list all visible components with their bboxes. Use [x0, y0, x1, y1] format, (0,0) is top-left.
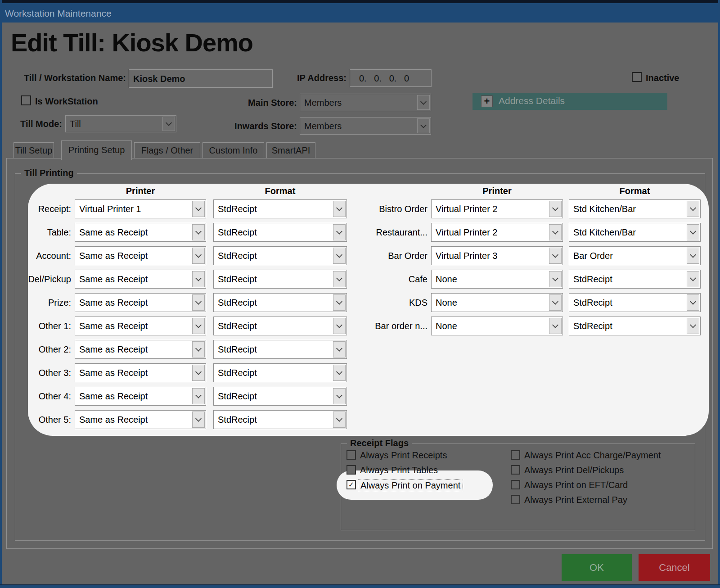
row-label: Bar order n...: [356, 317, 428, 335]
chevron-down-icon: [549, 201, 562, 217]
is-workstation-checkbox[interactable]: [21, 95, 31, 105]
inwards-store-label: Inwards Store:: [207, 121, 297, 131]
row-label: Cafe: [356, 270, 428, 289]
name-input[interactable]: Kiosk Demo: [129, 69, 273, 88]
tab-till-setup[interactable]: Till Setup: [14, 142, 54, 158]
checkbox[interactable]: [511, 495, 520, 504]
plus-icon: +: [481, 95, 493, 107]
row-label: Prize:: [14, 293, 71, 312]
row-label: Other 1:: [14, 317, 71, 335]
chevron-down-icon: [192, 412, 205, 428]
kds-format-select[interactable]: StdRecipt: [569, 293, 701, 312]
chevron-down-icon: [192, 201, 205, 217]
chevron-down-icon: [333, 365, 346, 381]
account-printer-select[interactable]: Same as Receipt: [75, 246, 206, 265]
ok-button[interactable]: OK: [562, 554, 632, 581]
row-label: Del/Pickup: [14, 270, 71, 289]
tab-printing-setup[interactable]: Printing Setup: [61, 140, 132, 160]
account-format-select[interactable]: StdRecipt: [213, 246, 347, 265]
other1-format-select[interactable]: StdRecipt: [213, 317, 347, 335]
barordernotes-printer-select[interactable]: None: [431, 317, 563, 335]
row-label: Table:: [14, 223, 71, 242]
delpickup-printer-select[interactable]: Same as Receipt: [75, 270, 206, 289]
chevron-down-icon: [549, 294, 562, 311]
till-mode-label: Till Mode:: [8, 119, 62, 129]
barorder-format-select[interactable]: Bar Order: [569, 246, 701, 265]
cafe-format-select[interactable]: StdRecipt: [569, 270, 701, 289]
checkbox[interactable]: [511, 465, 520, 475]
chevron-down-icon: [192, 294, 205, 311]
other2-format-select[interactable]: StdRecipt: [213, 340, 347, 359]
window-border-bottom: [0, 584, 720, 588]
ip-value: 0. 0. 0. 0: [359, 73, 409, 83]
prize-format-select[interactable]: StdRecipt: [213, 293, 347, 312]
ip-input[interactable]: 0. 0. 0. 0: [350, 69, 432, 87]
inactive-checkbox[interactable]: [632, 72, 642, 82]
checkbox[interactable]: [511, 450, 520, 460]
tab-flags-other[interactable]: Flags / Other: [134, 142, 200, 158]
printer-header-left: Printer: [75, 186, 206, 196]
other4-format-select[interactable]: StdRecipt: [213, 387, 347, 406]
other5-printer-select[interactable]: Same as Receipt: [75, 410, 206, 429]
other3-format-select[interactable]: StdRecipt: [213, 363, 347, 382]
row-label: Bar Order: [356, 246, 428, 265]
row-label: Restaurant...: [356, 223, 428, 242]
receipt-printer-select[interactable]: Virtual Printer 1: [75, 199, 206, 218]
receipt-format-select[interactable]: StdRecipt: [213, 199, 347, 218]
tab-custom-info[interactable]: Custom Info: [202, 142, 264, 158]
table-format-select[interactable]: StdRecipt: [213, 223, 347, 242]
chevron-down-icon: [333, 248, 346, 264]
checkbox-checked[interactable]: ✓: [346, 480, 356, 489]
address-details-button[interactable]: + Address Details: [472, 93, 667, 110]
restaurant-printer-select[interactable]: Virtual Printer 2: [431, 223, 563, 242]
table-printer-select[interactable]: Same as Receipt: [75, 223, 206, 242]
row-label: Bistro Order: [356, 199, 428, 218]
checkbox[interactable]: [511, 480, 520, 489]
chevron-down-icon: [333, 294, 346, 311]
printer-header-right: Printer: [431, 186, 563, 196]
format-header-right: Format: [569, 186, 701, 196]
row-label: Other 2:: [14, 340, 71, 359]
other2-printer-select[interactable]: Same as Receipt: [75, 340, 206, 359]
barordernotes-format-select[interactable]: StdRecipt: [569, 317, 701, 335]
bistro-format-select[interactable]: Std Kitchen/Bar: [569, 199, 701, 218]
chevron-down-icon: [333, 412, 346, 428]
chevron-down-icon: [333, 201, 346, 217]
chevron-down-icon: [192, 365, 205, 381]
chevron-down-icon: [687, 294, 699, 311]
cafe-printer-select[interactable]: None: [431, 270, 563, 289]
other1-printer-select[interactable]: Same as Receipt: [75, 317, 206, 335]
other5-format-select[interactable]: StdRecipt: [213, 410, 347, 429]
inwards-store-select[interactable]: Members: [300, 117, 431, 135]
row-label: KDS: [356, 293, 428, 312]
tab-smartapi[interactable]: SmartAPI: [266, 142, 315, 158]
checkbox[interactable]: [346, 465, 356, 475]
till-mode-select[interactable]: Till: [65, 115, 176, 132]
row-label: Other 5:: [14, 410, 71, 429]
chevron-down-icon: [549, 248, 562, 264]
cancel-button[interactable]: Cancel: [639, 554, 710, 581]
chevron-down-icon: [687, 224, 699, 240]
row-label: Account:: [14, 246, 71, 265]
is-workstation-label: Is WorkStation: [35, 96, 98, 107]
barorder-printer-select[interactable]: Virtual Printer 3: [431, 246, 563, 265]
prize-printer-select[interactable]: Same as Receipt: [75, 293, 206, 312]
chevron-down-icon: [549, 224, 562, 240]
delpickup-format-select[interactable]: StdRecipt: [213, 270, 347, 289]
restaurant-format-select[interactable]: Std Kitchen/Bar: [569, 223, 701, 242]
window-title: Workstation Maintenance: [5, 8, 112, 19]
main-store-select[interactable]: Members: [300, 94, 431, 111]
row-label: Receipt:: [14, 199, 71, 218]
other3-printer-select[interactable]: Same as Receipt: [75, 363, 206, 382]
bistro-printer-select[interactable]: Virtual Printer 2: [431, 199, 563, 218]
chevron-down-icon: [417, 95, 430, 110]
kds-printer-select[interactable]: None: [431, 293, 563, 312]
chevron-down-icon: [549, 271, 562, 287]
other4-printer-select[interactable]: Same as Receipt: [75, 387, 206, 406]
checkbox[interactable]: [346, 450, 356, 460]
chevron-down-icon: [333, 341, 346, 357]
chevron-down-icon: [333, 388, 346, 404]
format-header-left: Format: [213, 186, 347, 196]
chevron-down-icon: [333, 271, 346, 287]
chevron-down-icon: [333, 318, 346, 334]
